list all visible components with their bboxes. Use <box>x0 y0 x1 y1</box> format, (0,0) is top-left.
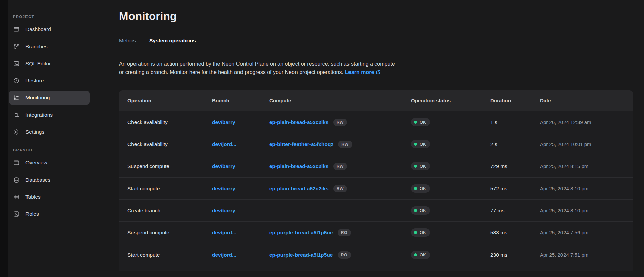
restore-icon <box>13 77 20 84</box>
status-badge: OK <box>411 228 430 237</box>
dashboard-icon <box>13 26 20 33</box>
left-rail <box>0 0 8 277</box>
branch-link[interactable]: dev/barry <box>212 186 235 191</box>
table-header: Operation Branch Compute Operation statu… <box>119 90 633 111</box>
table-body: Check availabilitydev/barryep-plain-brea… <box>119 111 633 266</box>
sidebar-item-settings[interactable]: Settings <box>9 125 90 139</box>
learn-more-link[interactable]: Learn more <box>345 69 381 75</box>
description-line-1: An operation is an action performed by t… <box>119 61 395 67</box>
sidebar-item-databases[interactable]: Databases <box>9 173 90 187</box>
tab-system-operations[interactable]: System operations <box>149 38 196 49</box>
cell-branch: dev/barry <box>212 163 269 169</box>
branch-link[interactable]: dev/barry <box>212 119 235 125</box>
branch-link[interactable]: dev/barry <box>212 163 235 169</box>
table-row: Suspend computedev/barryep-plain-bread-a… <box>119 155 633 177</box>
cell-branch: dev/barry <box>212 119 269 125</box>
branch-link[interactable]: dev/barry <box>212 208 235 213</box>
sidebar-item-label: Monitoring <box>25 95 50 101</box>
cell-compute: ep-purple-bread-a5l1p5ueRO <box>269 229 411 236</box>
cell-operation-status: OK <box>411 140 490 148</box>
status-badge: OK <box>411 118 430 126</box>
compute-link[interactable]: ep-plain-bread-a52c2iks <box>269 119 329 125</box>
roles-icon <box>13 211 20 217</box>
external-link-icon <box>376 70 381 75</box>
cell-operation-status: OK <box>411 251 490 259</box>
cell-date: Apr 25, 2024 7:56 pm <box>540 230 633 235</box>
cell-date: Apr 25, 2024 8:10 pm <box>540 186 633 191</box>
status-label: OK <box>420 120 426 125</box>
cell-operation-status: OK <box>411 206 490 215</box>
status-label: OK <box>420 208 426 213</box>
sidebar-item-label: Branches <box>25 44 47 50</box>
access-badge: RW <box>333 185 347 192</box>
status-label: OK <box>420 164 426 169</box>
sidebar-item-dashboard[interactable]: Dashboard <box>9 23 90 36</box>
cell-operation-status: OK <box>411 184 490 193</box>
operations-table: Operation Branch Compute Operation statu… <box>119 90 633 271</box>
cell-compute: ep-purple-bread-a5l1p5ueRO <box>269 251 411 259</box>
tab-metrics[interactable]: Metrics <box>119 38 136 49</box>
compute-link[interactable]: ep-purple-bread-a5l1p5ue <box>269 230 333 236</box>
status-label: OK <box>420 230 426 235</box>
cell-date: Apr 25, 2024 10:01 pm <box>540 141 633 147</box>
cell-branch: dev/jord... <box>212 141 269 147</box>
cell-operation: Suspend compute <box>119 230 212 236</box>
tables-icon <box>13 194 20 200</box>
cell-date: Apr 25, 2024 8:15 pm <box>540 163 633 169</box>
table-row: Create branchdev/barryOK77 msApr 25, 202… <box>119 199 633 221</box>
branch-link[interactable]: dev/jord... <box>212 141 236 147</box>
cell-duration: 729 ms <box>490 163 540 169</box>
compute-link[interactable]: ep-plain-bread-a52c2iks <box>269 186 329 192</box>
sidebar-item-branches[interactable]: Branches <box>9 40 90 53</box>
cell-duration: 2 s <box>490 141 540 147</box>
cell-compute: ep-bitter-feather-a5fxhoqzRW <box>269 141 411 148</box>
cell-duration: 572 ms <box>490 186 540 192</box>
sidebar-section-label: PROJECT <box>8 15 104 23</box>
cell-branch: dev/barry <box>212 208 269 214</box>
status-badge: OK <box>411 251 430 259</box>
sidebar: PROJECTDashboardBranchesSQL EditorRestor… <box>8 0 104 277</box>
cell-operation: Check availability <box>119 141 212 147</box>
sidebar-nav: OverviewDatabasesTablesRoles <box>8 156 104 221</box>
compute-link[interactable]: ep-plain-bread-a52c2iks <box>269 163 329 169</box>
compute-link[interactable]: ep-bitter-feather-a5fxhoqz <box>269 141 333 147</box>
branch-link[interactable]: dev/jord... <box>212 252 236 258</box>
table-row: Check availabilitydev/jord...ep-bitter-f… <box>119 133 633 155</box>
access-badge: RW <box>333 163 347 170</box>
sidebar-item-restore[interactable]: Restore <box>9 74 90 87</box>
main-content: Monitoring Metrics System operations An … <box>104 0 644 277</box>
sidebar-item-sql-editor[interactable]: SQL Editor <box>9 57 90 70</box>
status-badge: OK <box>411 206 430 215</box>
sidebar-item-label: Integrations <box>25 112 53 118</box>
sidebar-item-label: Tables <box>25 194 41 200</box>
status-dot-icon <box>414 209 417 212</box>
column-header-operation: Operation <box>119 98 212 103</box>
sql-editor-icon <box>13 60 20 67</box>
compute-link[interactable]: ep-purple-bread-a5l1p5ue <box>269 252 333 258</box>
cell-duration: 230 ms <box>490 252 540 258</box>
sidebar-item-roles[interactable]: Roles <box>9 207 90 221</box>
sidebar-item-overview[interactable]: Overview <box>9 156 90 169</box>
cell-operation: Create branch <box>119 208 212 214</box>
cell-operation-status: OK <box>411 228 490 237</box>
description-line-2: or creating a branch. Monitor here for t… <box>119 69 343 75</box>
column-header-compute: Compute <box>269 98 411 103</box>
status-dot-icon <box>414 253 417 256</box>
branch-link[interactable]: dev/jord... <box>212 230 236 235</box>
column-header-operation-status: Operation status <box>411 98 490 103</box>
branches-icon <box>13 43 20 50</box>
sidebar-item-label: Dashboard <box>25 26 51 32</box>
cell-compute: ep-plain-bread-a52c2iksRW <box>269 163 411 170</box>
sidebar-item-tables[interactable]: Tables <box>9 190 90 204</box>
sidebar-nav: DashboardBranchesSQL EditorRestoreMonito… <box>8 23 104 139</box>
cell-date: Apr 25, 2024 8:10 pm <box>540 208 633 213</box>
sidebar-item-integrations[interactable]: Integrations <box>9 108 90 122</box>
status-dot-icon <box>414 121 417 124</box>
cell-branch: dev/jord... <box>212 252 269 258</box>
sidebar-item-monitoring[interactable]: Monitoring <box>9 91 90 105</box>
cell-compute: ep-plain-bread-a52c2iksRW <box>269 119 411 126</box>
cell-compute: ep-plain-bread-a52c2iksRW <box>269 185 411 192</box>
app-root: PROJECTDashboardBranchesSQL EditorRestor… <box>0 0 644 277</box>
page-title: Monitoring <box>119 10 633 23</box>
cell-date: Apr 26, 2024 12:39 am <box>540 119 633 125</box>
